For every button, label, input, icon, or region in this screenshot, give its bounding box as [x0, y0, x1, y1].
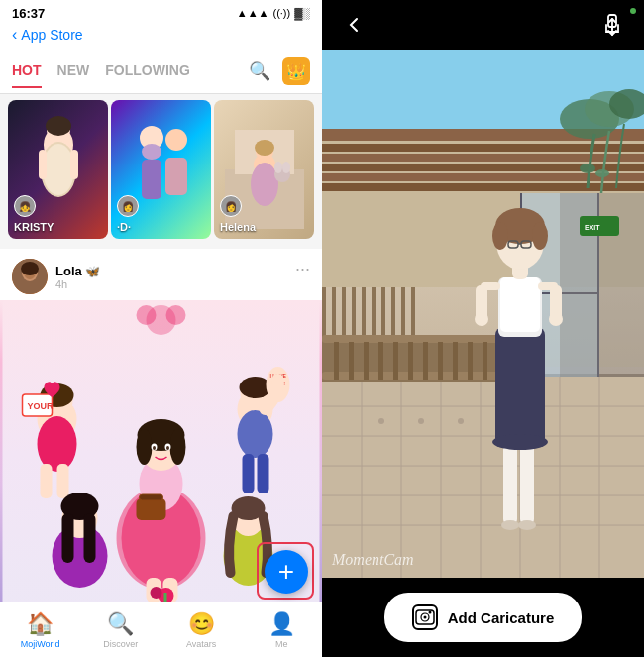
svg-point-84	[580, 164, 595, 173]
svg-point-126	[501, 520, 519, 530]
post-username: Lola 🦋	[55, 264, 100, 278]
svg-rect-6	[70, 150, 78, 179]
battery-icon: ▓░	[294, 7, 310, 19]
featured-card-1[interactable]: 👧 KRISTY	[8, 100, 108, 239]
card-3-avatar: 👩	[220, 195, 242, 217]
svg-rect-64	[62, 513, 74, 563]
svg-rect-109	[322, 335, 500, 343]
svg-rect-128	[495, 327, 545, 446]
svg-point-142	[532, 222, 548, 250]
left-panel: 16:37 ▲▲▲ ((·)) ▓░ ‹ App Store HOT NEW F…	[0, 0, 322, 657]
svg-rect-119	[453, 342, 458, 380]
svg-rect-41	[140, 494, 163, 500]
post-emoji: 🦋	[85, 265, 100, 278]
svg-rect-36	[57, 464, 69, 498]
svg-point-70	[151, 587, 162, 599]
tab-following[interactable]: FOLLOWING	[105, 62, 190, 88]
signal-icon: ▲▲▲	[237, 7, 269, 19]
tab-hot[interactable]: HOT	[12, 62, 42, 88]
svg-point-49	[166, 446, 169, 450]
svg-rect-120	[468, 342, 473, 380]
svg-rect-9	[142, 160, 161, 199]
featured-card-2[interactable]: 👩 ·D·	[111, 100, 211, 239]
back-arrow-icon[interactable]: ‹	[12, 26, 17, 44]
svg-rect-59	[243, 454, 255, 493]
nav-label-avatars: Avatars	[186, 639, 216, 649]
svg-point-44	[137, 429, 153, 465]
status-bar: 16:37 ▲▲▲ ((·)) ▓░	[0, 0, 322, 24]
svg-point-45	[170, 429, 186, 465]
svg-point-8	[142, 144, 161, 160]
svg-point-150	[428, 611, 431, 614]
nav-item-mojiworld[interactable]: 🏠 MojiWorld	[0, 602, 80, 657]
nav-bar: HOT NEW FOLLOWING 🔍 👑	[0, 50, 322, 94]
right-panel: EXIT	[322, 0, 644, 657]
me-icon: 👤	[268, 611, 295, 637]
share-button[interactable]	[596, 9, 628, 41]
nav-item-avatars[interactable]: 😊 Avatars	[161, 602, 242, 657]
svg-point-10	[165, 129, 187, 151]
svg-rect-78	[322, 164, 644, 171]
nav-right: 🔍 👑	[249, 57, 310, 93]
card-1-avatar: 👧	[14, 195, 36, 217]
caricature-icon	[412, 604, 438, 630]
post-user-info: Lola 🦋 4h	[55, 264, 100, 290]
nav-label-discover: Discover	[103, 639, 138, 649]
svg-point-127	[518, 520, 536, 530]
svg-point-129	[492, 434, 548, 450]
art-background: YOUR	[0, 300, 322, 602]
svg-point-106	[458, 418, 464, 424]
search-icon[interactable]: 🔍	[249, 60, 270, 82]
svg-point-28	[166, 305, 186, 325]
post-section: Lola 🦋 4h ···	[0, 249, 322, 602]
svg-point-48	[153, 446, 156, 450]
svg-rect-115	[393, 342, 398, 380]
featured-card-3[interactable]: 👩 Helena	[214, 100, 314, 239]
svg-point-149	[423, 616, 426, 619]
nav-tabs: HOT NEW FOLLOWING	[12, 62, 190, 88]
svg-rect-76	[322, 144, 644, 152]
nav-item-me[interactable]: 👤 Me	[242, 602, 322, 657]
post-avatar	[12, 259, 48, 294]
add-button[interactable]: +	[265, 550, 308, 594]
nav-label-me: Me	[275, 639, 288, 649]
tab-new[interactable]: NEW	[57, 62, 90, 88]
svg-rect-71	[164, 593, 167, 602]
svg-rect-5	[39, 150, 47, 179]
post-header: Lola 🦋 4h ···	[0, 249, 322, 300]
home-icon: 🏠	[27, 611, 54, 637]
svg-point-27	[137, 305, 157, 325]
add-caricature-button[interactable]: Add Caricature	[384, 593, 583, 642]
app-store-label[interactable]: App Store	[21, 27, 82, 43]
svg-point-55	[238, 410, 273, 458]
back-button-right[interactable]	[338, 9, 370, 41]
svg-point-85	[595, 169, 609, 177]
svg-rect-116	[408, 342, 413, 380]
svg-rect-77	[322, 154, 644, 162]
add-caricature-label: Add Caricature	[448, 609, 555, 626]
svg-rect-113	[364, 342, 369, 380]
status-time: 16:37	[12, 6, 45, 21]
svg-rect-118	[438, 342, 443, 380]
svg-rect-80	[322, 183, 644, 191]
svg-point-136	[475, 312, 488, 326]
svg-rect-11	[165, 158, 187, 195]
svg-rect-117	[423, 342, 428, 380]
crown-icon[interactable]: 👑	[282, 57, 310, 85]
svg-point-141	[492, 222, 508, 250]
svg-rect-111	[334, 342, 339, 380]
svg-text:EXIT: EXIT	[585, 224, 600, 231]
card-2-avatar: 👩	[117, 195, 139, 217]
post-more-button[interactable]: ···	[295, 259, 310, 279]
avatars-icon: 😊	[188, 611, 215, 637]
svg-rect-40	[137, 498, 166, 520]
post-image: YOUR	[0, 300, 322, 602]
svg-point-19	[274, 162, 282, 173]
svg-point-16	[255, 140, 274, 156]
nav-item-discover[interactable]: 🔍 Discover	[80, 602, 161, 657]
status-icons: ▲▲▲ ((·)) ▓░	[237, 7, 310, 19]
post-time: 4h	[55, 278, 100, 290]
add-caricature-bar: Add Caricature	[322, 578, 644, 657]
card-2-label: ·D·	[117, 221, 131, 233]
app-store-bar: ‹ App Store	[0, 24, 322, 50]
